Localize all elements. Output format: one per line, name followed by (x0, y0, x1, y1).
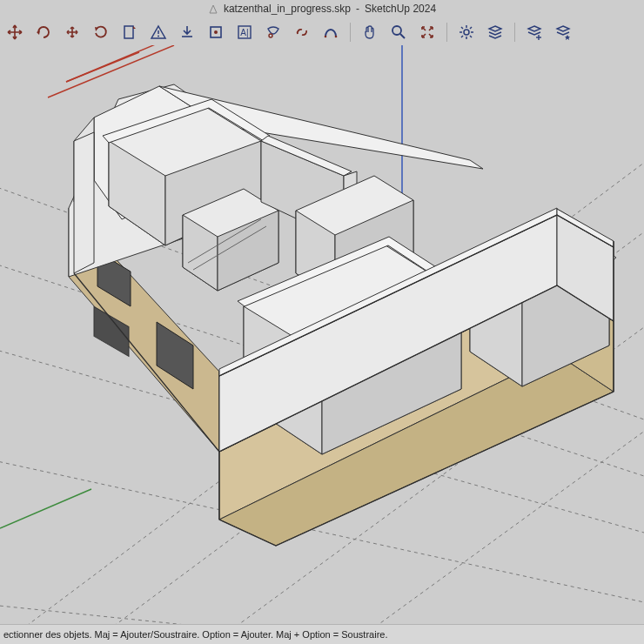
svg-line-23 (470, 36, 472, 37)
square-tool[interactable] (206, 23, 225, 42)
svg-marker-4 (133, 26, 136, 29)
svg-rect-3 (124, 26, 133, 38)
zoom-tool[interactable] (389, 23, 408, 42)
axis-green (0, 489, 91, 528)
title-filename: katzenthal_in_progress.skp (224, 3, 351, 15)
refresh-tool[interactable] (91, 23, 111, 42)
svg-point-13 (325, 36, 327, 38)
svg-point-9 (214, 30, 218, 34)
svg-line-16 (400, 34, 405, 38)
svg-marker-31 (565, 35, 570, 40)
move-tool[interactable] (5, 23, 24, 42)
svg-point-7 (158, 36, 159, 37)
arch-tool[interactable] (321, 23, 340, 42)
toolbar-separator (446, 23, 447, 42)
svg-marker-62 (74, 132, 94, 273)
svg-point-15 (392, 26, 401, 35)
title-sep: - (356, 3, 359, 15)
file-icon (208, 3, 218, 14)
main-toolbar: A| (0, 19, 644, 45)
svg-point-12 (269, 34, 272, 37)
toolbar-separator (350, 23, 351, 42)
svg-point-17 (464, 30, 469, 35)
link-tool[interactable] (292, 23, 312, 42)
page-tool[interactable] (120, 23, 139, 42)
svg-marker-30 (557, 26, 569, 31)
rotate-tool[interactable] (34, 23, 53, 42)
orbit-tool[interactable] (63, 23, 82, 42)
svg-line-25 (461, 36, 463, 37)
status-hint: ectionner des objets. Maj = Ajouter/Sous… (3, 629, 387, 640)
zoom-extents-tool[interactable] (418, 23, 437, 42)
hand-tool[interactable] (360, 23, 379, 42)
window-titlebar: katzenthal_in_progress.skp - SketchUp 20… (0, 0, 644, 17)
layers-star-tool[interactable] (553, 23, 573, 42)
building-model (69, 63, 616, 546)
layers-plus-tool[interactable] (525, 23, 544, 42)
letter-a-tool[interactable]: A| (235, 23, 254, 42)
svg-marker-0 (210, 5, 217, 13)
svg-line-36 (0, 602, 644, 625)
warning-tool[interactable] (149, 23, 168, 42)
gear-tool[interactable] (457, 23, 476, 42)
model-viewport[interactable] (0, 45, 644, 625)
layers-tool[interactable] (486, 23, 505, 42)
toolbar-separator (514, 23, 515, 42)
svg-point-14 (335, 36, 338, 38)
title-appname: SketchUp 2024 (365, 3, 436, 15)
svg-marker-26 (489, 26, 501, 31)
svg-text:A|: A| (240, 28, 248, 37)
status-bar: ectionner des objets. Maj = Ajouter/Sous… (0, 624, 644, 644)
svg-marker-27 (528, 26, 540, 31)
svg-line-24 (470, 27, 472, 29)
clipping-tool[interactable] (264, 23, 283, 42)
svg-line-22 (461, 27, 463, 29)
download-tool[interactable] (178, 23, 197, 42)
